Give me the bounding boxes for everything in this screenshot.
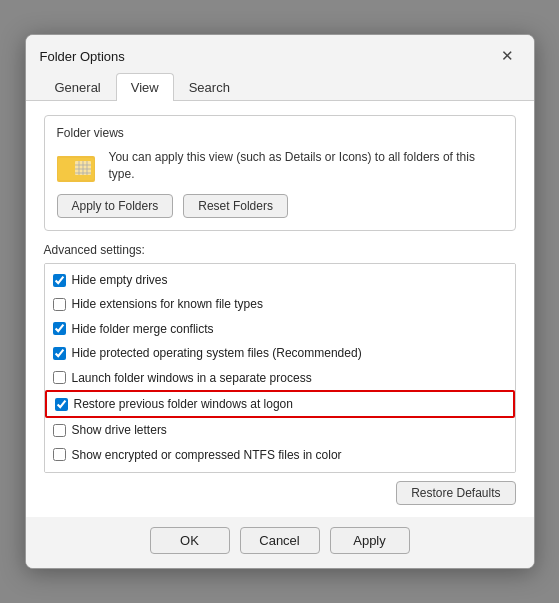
- setting-item-restore-previous-folder[interactable]: Restore previous folder windows at logon: [45, 390, 515, 418]
- tab-general[interactable]: General: [40, 73, 116, 101]
- restore-defaults-row: Restore Defaults: [44, 481, 516, 505]
- label-launch-folder-windows: Launch folder windows in a separate proc…: [72, 368, 312, 388]
- setting-item-hide-folder-merge[interactable]: Hide folder merge conflicts: [45, 317, 515, 341]
- advanced-settings-label: Advanced settings:: [44, 243, 516, 257]
- close-button[interactable]: ✕: [495, 45, 520, 67]
- tab-bar: General View Search: [26, 73, 534, 101]
- folder-views-label: Folder views: [57, 126, 503, 140]
- label-hide-protected: Hide protected operating system files (R…: [72, 343, 362, 363]
- label-hide-extensions: Hide extensions for known file types: [72, 294, 263, 314]
- setting-item-hide-empty-drives[interactable]: Hide empty drives: [45, 268, 515, 292]
- setting-item-show-drive-letters[interactable]: Show drive letters: [45, 418, 515, 442]
- checkbox-launch-folder-windows[interactable]: [53, 371, 66, 384]
- checkbox-hide-extensions[interactable]: [53, 298, 66, 311]
- label-hide-empty-drives: Hide empty drives: [72, 270, 168, 290]
- folder-views-description: You can apply this view (such as Details…: [109, 149, 503, 183]
- folder-icon: [57, 148, 97, 184]
- label-hide-folder-merge: Hide folder merge conflicts: [72, 319, 214, 339]
- setting-item-show-popup[interactable]: Show pop-up description for folder and d…: [45, 467, 515, 473]
- checkbox-show-encrypted[interactable]: [53, 448, 66, 461]
- setting-item-hide-extensions[interactable]: Hide extensions for known file types: [45, 292, 515, 316]
- label-restore-previous-folder: Restore previous folder windows at logon: [74, 394, 293, 414]
- folder-views-inner: You can apply this view (such as Details…: [57, 148, 503, 184]
- label-show-encrypted: Show encrypted or compressed NTFS files …: [72, 445, 342, 465]
- label-show-popup: Show pop-up description for folder and d…: [72, 469, 356, 473]
- settings-list: Hide empty drivesHide extensions for kno…: [45, 264, 515, 473]
- title-bar: Folder Options ✕: [26, 35, 534, 73]
- dialog-title: Folder Options: [40, 49, 125, 64]
- checkbox-hide-folder-merge[interactable]: [53, 322, 66, 335]
- tab-search[interactable]: Search: [174, 73, 245, 101]
- folder-options-dialog: Folder Options ✕ General View Search Fol…: [25, 34, 535, 569]
- apply-button[interactable]: Apply: [330, 527, 410, 554]
- settings-list-container[interactable]: Hide empty drivesHide extensions for kno…: [44, 263, 516, 473]
- checkbox-show-drive-letters[interactable]: [53, 424, 66, 437]
- checkbox-hide-protected[interactable]: [53, 347, 66, 360]
- checkbox-restore-previous-folder[interactable]: [55, 398, 68, 411]
- checkbox-hide-empty-drives[interactable]: [53, 274, 66, 287]
- main-content: Folder views: [26, 101, 534, 517]
- apply-to-folders-button[interactable]: Apply to Folders: [57, 194, 174, 218]
- restore-defaults-button[interactable]: Restore Defaults: [396, 481, 515, 505]
- footer-buttons: OK Cancel Apply: [26, 517, 534, 568]
- ok-button[interactable]: OK: [150, 527, 230, 554]
- cancel-button[interactable]: Cancel: [240, 527, 320, 554]
- setting-item-hide-protected[interactable]: Hide protected operating system files (R…: [45, 341, 515, 365]
- tab-view[interactable]: View: [116, 73, 174, 101]
- setting-item-show-encrypted[interactable]: Show encrypted or compressed NTFS files …: [45, 443, 515, 467]
- label-show-drive-letters: Show drive letters: [72, 420, 167, 440]
- folder-views-section: Folder views: [44, 115, 516, 231]
- setting-item-launch-folder-windows[interactable]: Launch folder windows in a separate proc…: [45, 366, 515, 390]
- folder-views-buttons: Apply to Folders Reset Folders: [57, 194, 503, 218]
- reset-folders-button[interactable]: Reset Folders: [183, 194, 288, 218]
